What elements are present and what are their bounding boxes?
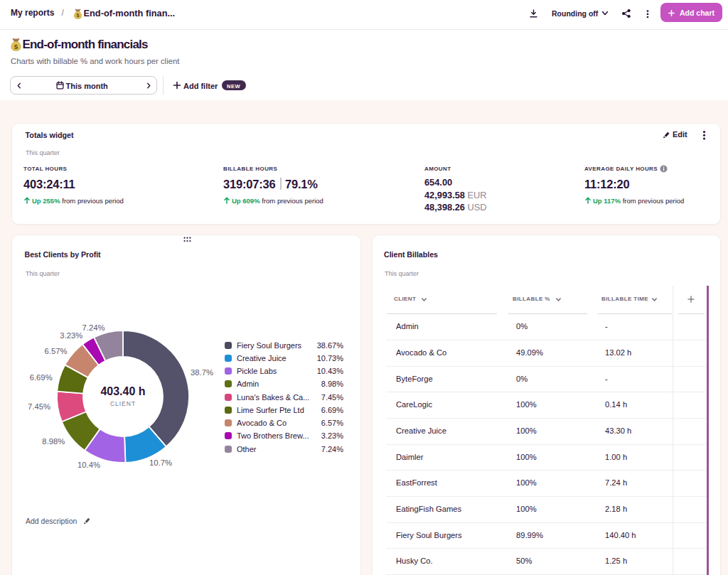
svg-text:$: $ [14, 43, 18, 50]
svg-text:$: $ [76, 12, 80, 18]
